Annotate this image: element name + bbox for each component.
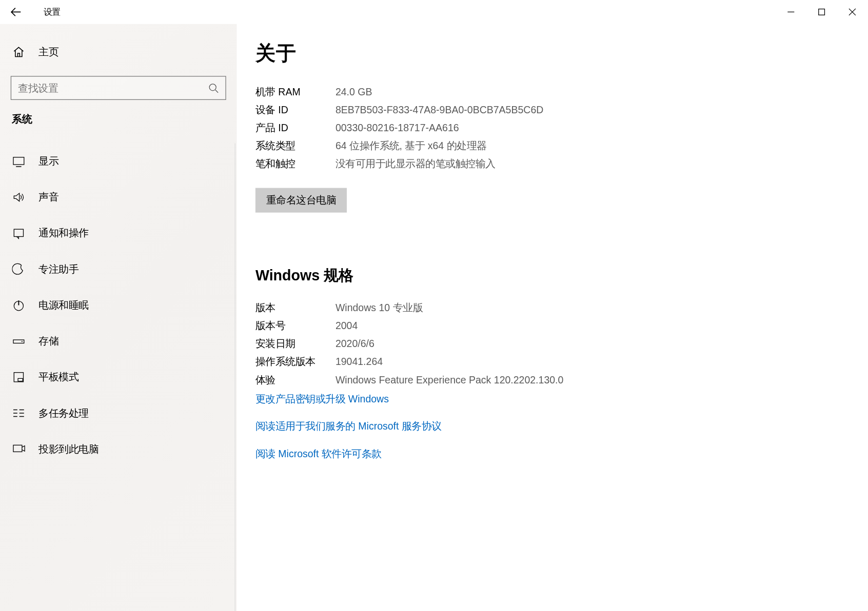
sidebar-item-focus-assist[interactable]: 专注助手 (0, 251, 235, 287)
spec-label: 机带 RAM (255, 86, 336, 99)
sidebar-category: 系统 (0, 113, 236, 126)
spec-value: 19041.264 (336, 356, 383, 369)
spec-label: 体验 (255, 374, 336, 386)
svg-rect-1 (819, 9, 825, 15)
sidebar-item-tablet[interactable]: 平板模式 (0, 359, 235, 395)
spec-row: 产品 ID00330-80216-18717-AA616 (255, 122, 849, 135)
sidebar-item-label: 显示 (38, 155, 58, 168)
sidebar-item-label: 电源和睡眠 (38, 299, 89, 312)
spec-label: 版本号 (255, 320, 336, 333)
svg-rect-12 (18, 378, 23, 381)
link-service-agreement[interactable]: 阅读适用于我们服务的 Microsoft 服务协议 (255, 420, 849, 433)
sidebar-item-multitask[interactable]: 多任务处理 (0, 395, 235, 431)
maximize-icon (818, 8, 826, 16)
spec-label: 设备 ID (255, 104, 336, 117)
spec-row: 设备 ID8EB7B503-F833-47A8-9BA0-0BCB7A5B5C6… (255, 104, 849, 117)
spec-label: 版本 (255, 302, 336, 315)
svg-point-10 (22, 341, 23, 342)
spec-row: 安装日期2020/6/6 (255, 338, 849, 351)
spec-value: 没有可用于此显示器的笔或触控输入 (336, 158, 496, 171)
sidebar-item-project[interactable]: 投影到此电脑 (0, 431, 235, 467)
svg-rect-4 (13, 157, 24, 165)
link-license-terms[interactable]: 阅读 Microsoft 软件许可条款 (255, 448, 849, 461)
close-icon (849, 8, 857, 16)
sidebar-item-label: 存储 (38, 335, 58, 348)
notifications-icon (12, 227, 25, 240)
sidebar-item-notifications[interactable]: 通知和操作 (0, 215, 235, 251)
window-title: 设置 (44, 6, 61, 18)
page-title: 关于 (255, 40, 849, 67)
spec-label: 笔和触控 (255, 158, 336, 171)
tablet-icon (12, 371, 25, 384)
rename-pc-button[interactable]: 重命名这台电脑 (255, 188, 347, 213)
spec-row: 机带 RAM24.0 GB (255, 86, 849, 99)
spec-row: 操作系统版本19041.264 (255, 356, 849, 369)
sound-icon (12, 191, 25, 204)
spec-row: 体验Windows Feature Experience Pack 120.22… (255, 374, 849, 386)
spec-row: 笔和触控没有可用于此显示器的笔或触控输入 (255, 158, 849, 171)
sidebar-home[interactable]: 主页 (0, 37, 236, 67)
project-icon (12, 442, 25, 456)
spec-value: 2020/6/6 (336, 338, 374, 351)
maximize-button[interactable] (806, 0, 837, 24)
link-change-product-key[interactable]: 更改产品密钥或升级 Windows (255, 393, 849, 406)
title-bar: 设置 (0, 0, 867, 24)
sidebar-nav: 显示 声音 通知和操作 专注助手 电源和睡眠 (0, 144, 235, 612)
sidebar-home-label: 主页 (38, 46, 58, 58)
spec-value: 64 位操作系统, 基于 x64 的处理器 (336, 140, 487, 153)
display-icon (12, 155, 25, 168)
close-button[interactable] (837, 0, 868, 24)
device-specs: 机带 RAM24.0 GB 设备 ID8EB7B503-F833-47A8-9B… (255, 86, 849, 171)
search-box[interactable] (11, 76, 226, 100)
spec-row: 版本号2004 (255, 320, 849, 333)
minimize-icon (787, 8, 795, 16)
sidebar-item-label: 平板模式 (38, 371, 78, 383)
spec-value: Windows Feature Experience Pack 120.2202… (336, 374, 563, 386)
svg-rect-19 (13, 445, 22, 452)
sidebar-item-label: 专注助手 (38, 263, 78, 276)
sidebar-item-storage[interactable]: 存储 (0, 323, 235, 359)
windows-specs: 版本Windows 10 专业版 版本号2004 安装日期2020/6/6 操作… (255, 302, 849, 386)
sidebar-item-display[interactable]: 显示 (0, 144, 235, 179)
spec-label: 安装日期 (255, 338, 336, 351)
sidebar-item-sound[interactable]: 声音 (0, 179, 235, 215)
spec-value: 00330-80216-18717-AA616 (336, 122, 459, 135)
windows-specs-title: Windows 规格 (255, 266, 849, 286)
sidebar-item-power[interactable]: 电源和睡眠 (0, 287, 235, 323)
spec-value: 2004 (336, 320, 358, 333)
spec-label: 系统类型 (255, 140, 336, 153)
minimize-button[interactable] (776, 0, 806, 24)
sidebar-item-label: 投影到此电脑 (38, 443, 98, 456)
spec-row: 系统类型64 位操作系统, 基于 x64 的处理器 (255, 140, 849, 153)
spec-label: 操作系统版本 (255, 356, 336, 369)
search-input[interactable] (11, 83, 201, 94)
spec-value: 8EB7B503-F833-47A8-9BA0-0BCB7A5B5C6D (336, 104, 543, 117)
sidebar-item-label: 多任务处理 (38, 407, 89, 420)
spec-row: 版本Windows 10 专业版 (255, 302, 849, 315)
svg-rect-6 (14, 229, 23, 236)
svg-line-3 (215, 90, 218, 93)
spec-value: Windows 10 专业版 (336, 302, 423, 315)
sidebar-item-label: 声音 (38, 191, 58, 203)
sidebar: 主页 系统 显示 声音 通知和操作 (0, 24, 236, 611)
power-icon (12, 298, 25, 312)
back-button[interactable] (0, 0, 32, 24)
main-content: 关于 机带 RAM24.0 GB 设备 ID8EB7B503-F833-47A8… (236, 24, 867, 611)
sidebar-item-label: 通知和操作 (38, 227, 89, 240)
home-icon (12, 45, 25, 58)
spec-label: 产品 ID (255, 122, 336, 135)
svg-point-2 (209, 84, 216, 91)
back-arrow-icon (11, 7, 22, 17)
spec-value: 24.0 GB (336, 86, 372, 99)
storage-icon (12, 335, 25, 348)
multitask-icon (12, 406, 25, 420)
search-icon (202, 83, 226, 93)
focus-assist-icon (12, 262, 25, 276)
